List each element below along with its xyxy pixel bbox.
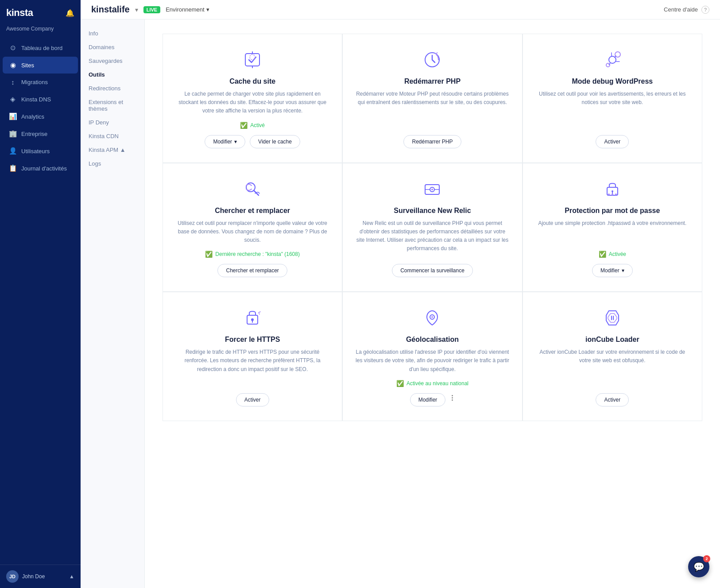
- sidebar-item-journal[interactable]: 📋 Journal d'activités: [3, 160, 78, 177]
- php-title: Redémarrer PHP: [404, 77, 461, 85]
- tool-card-debug: Mode debug WordPress Utilisez cet outil …: [523, 34, 702, 163]
- environment-selector[interactable]: Environnement ▾: [166, 6, 209, 13]
- subnav-outils[interactable]: Outils: [81, 68, 144, 81]
- modifier-geo-button[interactable]: Modifier: [410, 393, 446, 406]
- journal-icon: 📋: [9, 164, 17, 172]
- sidebar-footer: JD John Doe ▲: [0, 565, 81, 588]
- php-actions: Redémarrer PHP: [403, 135, 461, 148]
- svg-point-14: [615, 193, 617, 195]
- sidebar-item-kinsta-dns[interactable]: ◈ Kinsta DNS: [3, 91, 78, 108]
- subnav-logs[interactable]: Logs: [81, 157, 144, 170]
- php-desc: Redémarrer votre Moteur PHP peut résoudr…: [355, 90, 509, 129]
- ioncube-title: ionCube Loader: [585, 336, 639, 344]
- page-title: kinstalife: [91, 4, 130, 15]
- cache-icon: [241, 48, 264, 71]
- vider-cache-button[interactable]: Vider le cache: [250, 135, 300, 148]
- user-info[interactable]: JD John Doe: [6, 570, 45, 583]
- help-icon: ?: [701, 6, 709, 14]
- entreprise-icon: 🏢: [9, 130, 17, 138]
- subnav-domaines[interactable]: Domaines: [81, 40, 144, 54]
- topbar-left: kinstalife ▾ LIVE Environnement ▾: [91, 4, 209, 15]
- new-relic-desc: New Relic est un outil de surveillance P…: [355, 219, 509, 258]
- avatar: JD: [6, 570, 19, 583]
- tool-card-cache: Cache du site Le cache permet de charger…: [163, 34, 342, 163]
- sidebar-item-utilisateurs[interactable]: 👤 Utilisateurs: [3, 143, 78, 159]
- chat-icon: 💬: [693, 561, 705, 572]
- sidebar-item-label: Journal d'activités: [21, 165, 67, 172]
- subnav-redirections[interactable]: Redirections: [81, 81, 144, 95]
- chercher-button[interactable]: Chercher et remplacer: [217, 264, 287, 277]
- commencer-button[interactable]: Commencer la surveillance: [392, 264, 473, 277]
- sidebar-item-entreprise[interactable]: 🏢 Entreprise: [3, 125, 78, 142]
- tool-card-new-relic: Surveillance New Relic New Relic est un …: [342, 163, 522, 292]
- live-badge: LIVE: [143, 6, 160, 13]
- subnav-ip-deny[interactable]: IP Deny: [81, 116, 144, 129]
- sidebar-item-label: Kinsta DNS: [21, 96, 51, 103]
- activer-debug-button[interactable]: Activer: [596, 135, 629, 148]
- geo-desc: La géolocalisation utilise l'adresse IP …: [355, 348, 509, 374]
- tool-card-search-replace: Chercher et remplacer Utilisez cet outil…: [163, 163, 342, 292]
- new-relic-title: Surveillance New Relic: [394, 207, 471, 215]
- https-actions: Activer: [236, 393, 269, 406]
- geo-title: Géolocalisation: [406, 336, 459, 344]
- subnav-kinsta-apm[interactable]: Kinsta APM ▲: [81, 143, 144, 157]
- sidebar-item-analytics[interactable]: 📊 Analytics: [3, 108, 78, 125]
- tool-card-https: Forcer le HTTPS Redirige le trafic de HT…: [163, 292, 342, 421]
- tool-card-php: Redémarrer PHP Redémarrer votre Moteur P…: [342, 34, 522, 163]
- password-desc: Ajoute une simple protection .htpasswd à…: [538, 219, 686, 245]
- status-check-icon: ✅: [205, 251, 213, 258]
- password-icon: [601, 178, 624, 201]
- https-desc: Redirige le trafic de HTTP vers HTTPS po…: [175, 348, 329, 387]
- sidebar-item-sites[interactable]: ◉ Sites: [3, 57, 78, 74]
- ioncube-desc: Activer ionCube Loader sur votre environ…: [535, 348, 689, 387]
- company-name: Awesome Company: [0, 26, 81, 37]
- php-icon: [421, 48, 444, 71]
- tools-grid: Cache du site Le cache permet de charger…: [163, 34, 702, 421]
- cache-status: ✅ Activé: [240, 122, 265, 129]
- analytics-icon: 📊: [9, 112, 17, 120]
- subnav-sauvegardes[interactable]: Sauvegardes: [81, 54, 144, 68]
- chevron-up-icon: ▲: [69, 573, 74, 580]
- debug-icon: [601, 48, 624, 71]
- main-panel: Cache du site Le cache permet de charger…: [145, 19, 720, 588]
- sidebar-logo: kinsta: [6, 7, 33, 19]
- chevron-down-icon: ▾: [622, 267, 624, 274]
- sidebar-item-tableau-de-bord[interactable]: ⊙ Tableau de bord: [3, 39, 78, 56]
- subnav-kinsta-cdn[interactable]: Kinsta CDN: [81, 129, 144, 143]
- tool-card-geo: Géolocalisation La géolocalisation utili…: [342, 292, 522, 421]
- sidebar-header: kinsta 🔔: [0, 0, 81, 26]
- help-label[interactable]: Centre d'aide: [664, 6, 698, 13]
- geo-actions: Modifier: [410, 393, 455, 406]
- tool-card-password: Protection par mot de passe Ajoute une s…: [523, 163, 702, 292]
- sites-icon: ◉: [9, 61, 17, 69]
- subnav-info[interactable]: Info: [81, 27, 144, 40]
- svg-point-18: [431, 316, 433, 318]
- search-replace-title: Chercher et remplacer: [215, 207, 290, 215]
- status-check-icon: ✅: [240, 122, 248, 129]
- debug-actions: Activer: [596, 135, 629, 148]
- search-replace-icon: [241, 178, 264, 201]
- modifier-mdp-button[interactable]: Modifier ▾: [592, 264, 633, 277]
- redemarrer-button[interactable]: Redémarrer PHP: [403, 135, 461, 148]
- sidebar-item-label: Sites: [21, 62, 34, 69]
- dashboard-icon: ⊙: [9, 44, 17, 52]
- modifier-button[interactable]: Modifier ▾: [205, 135, 245, 148]
- topbar: kinstalife ▾ LIVE Environnement ▾ Centre…: [81, 0, 720, 19]
- migrations-icon: ↕: [9, 78, 17, 86]
- chat-button[interactable]: 💬 2: [688, 556, 709, 577]
- cache-desc: Le cache permet de charger votre site pl…: [175, 90, 329, 116]
- ioncube-actions: Activer: [596, 393, 629, 406]
- activer-ioncube-button[interactable]: Activer: [596, 393, 629, 406]
- chevron-down-icon: ▾: [234, 139, 237, 145]
- more-options-button[interactable]: [450, 393, 455, 406]
- chevron-down-icon[interactable]: ▾: [135, 6, 138, 13]
- cache-title: Cache du site: [229, 77, 275, 85]
- svg-rect-0: [245, 54, 259, 66]
- subnav-extensions[interactable]: Extensions et thèmes: [81, 95, 144, 116]
- status-check-icon: ✅: [599, 251, 606, 258]
- sidebar-item-label: Entreprise: [21, 131, 47, 137]
- sidebar-item-migrations[interactable]: ↕ Migrations: [3, 74, 78, 90]
- search-replace-status: ✅ Dernière recherche : "kinsta" (1608): [205, 251, 300, 258]
- activer-https-button[interactable]: Activer: [236, 393, 269, 406]
- notification-bell-icon[interactable]: 🔔: [66, 9, 74, 17]
